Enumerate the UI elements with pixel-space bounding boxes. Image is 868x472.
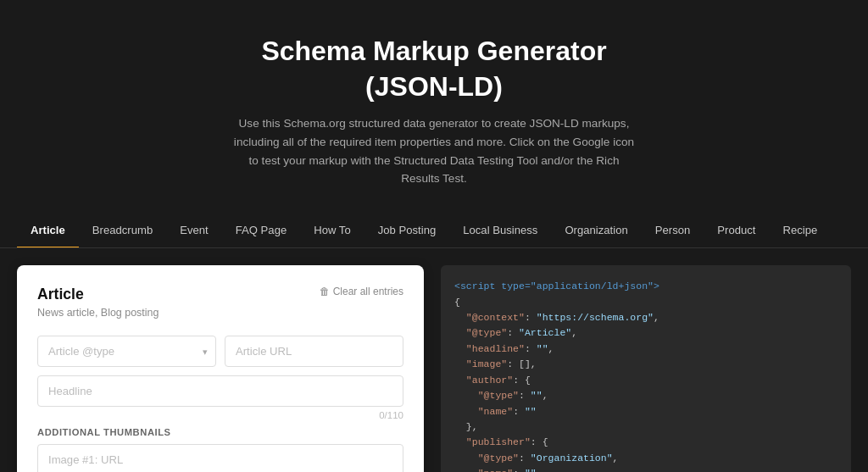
article-url-field bbox=[225, 336, 403, 367]
json-line: "@type": "Organization", bbox=[454, 451, 837, 466]
json-line: "headline": "", bbox=[454, 342, 837, 357]
json-line: "@context": "https://schema.org", bbox=[454, 310, 837, 325]
type-url-row: Article @typeArticleNewsArticleBlogPosti… bbox=[37, 336, 403, 367]
additional-thumbnails-label: ADDITIONAL THUMBNAILS bbox=[37, 427, 403, 437]
json-line: "publisher": { bbox=[454, 435, 837, 450]
article-type-select[interactable]: Article @typeArticleNewsArticleBlogPosti… bbox=[37, 336, 216, 367]
json-line: { bbox=[454, 295, 837, 310]
headline-row bbox=[37, 375, 403, 407]
json-line: "@type": "Article", bbox=[454, 325, 837, 341]
json-line: "@type": "", bbox=[454, 388, 837, 403]
json-content: { "@context": "https://schema.org", "@ty… bbox=[454, 295, 837, 472]
page-description: Use this Schema.org structured data gene… bbox=[231, 114, 637, 188]
nav-tab-event[interactable]: Event bbox=[166, 214, 222, 248]
json-line: "name": "", bbox=[454, 466, 837, 472]
page-header: Schema Markup Generator (JSON-LD) Use th… bbox=[0, 0, 868, 214]
nav-tab-product[interactable]: Product bbox=[704, 214, 769, 248]
clear-all-button[interactable]: 🗑 Clear all entries bbox=[320, 286, 403, 297]
nav-tabs: ArticleBreadcrumbEventFAQ PageHow ToJob … bbox=[0, 214, 868, 248]
article-type-field: Article @typeArticleNewsArticleBlogPosti… bbox=[37, 336, 216, 367]
headline-field bbox=[37, 375, 403, 407]
json-line: "author": { bbox=[454, 373, 837, 388]
page-title: Schema Markup Generator (JSON-LD) bbox=[17, 34, 851, 104]
article-url-input[interactable] bbox=[225, 336, 403, 367]
nav-tab-organization[interactable]: Organization bbox=[551, 214, 641, 248]
headline-input[interactable] bbox=[37, 375, 403, 407]
nav-tab-person[interactable]: Person bbox=[642, 214, 704, 248]
nav-tab-how-to[interactable]: How To bbox=[300, 214, 364, 248]
json-line: "image": [], bbox=[454, 357, 837, 372]
image-url-input[interactable] bbox=[37, 444, 403, 472]
json-line: "name": "" bbox=[454, 404, 837, 419]
script-open-tag: <script type="application/ld+json"> bbox=[454, 279, 837, 294]
nav-tab-faq-page[interactable]: FAQ Page bbox=[222, 214, 300, 248]
thumbnail-input-row bbox=[37, 444, 403, 472]
main-content: Article News article, Blog posting 🗑 Cle… bbox=[0, 248, 868, 472]
trash-icon: 🗑 bbox=[320, 286, 330, 297]
json-output-panel: <script type="application/ld+json"> { "@… bbox=[441, 265, 851, 472]
form-subtitle: News article, Blog posting bbox=[37, 307, 159, 319]
article-form-panel: Article News article, Blog posting 🗑 Cle… bbox=[17, 265, 424, 472]
json-line: }, bbox=[454, 419, 837, 435]
nav-tab-job-posting[interactable]: Job Posting bbox=[364, 214, 450, 248]
form-title: Article bbox=[37, 286, 159, 303]
nav-tab-local-business[interactable]: Local Business bbox=[449, 214, 551, 248]
headline-counter: 0/110 bbox=[37, 410, 403, 420]
nav-tab-article[interactable]: Article bbox=[17, 214, 79, 248]
nav-tab-recipe[interactable]: Recipe bbox=[770, 214, 832, 248]
nav-tab-breadcrumb[interactable]: Breadcrumb bbox=[79, 214, 166, 248]
